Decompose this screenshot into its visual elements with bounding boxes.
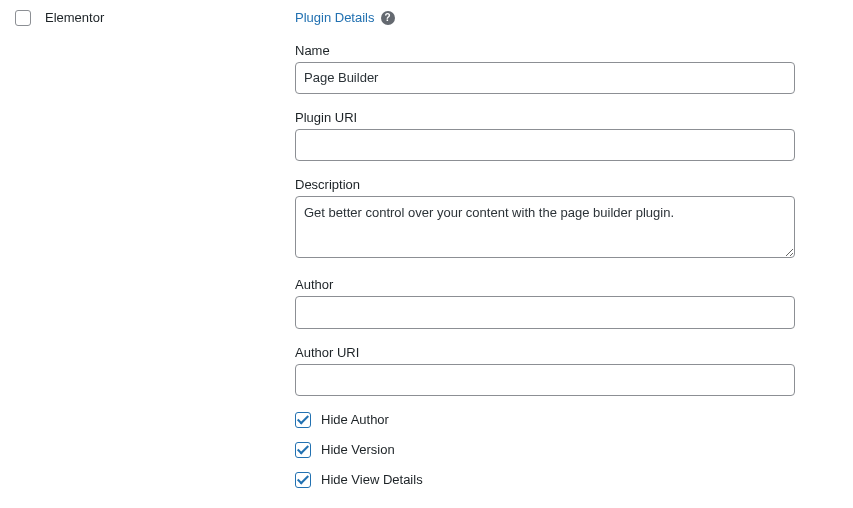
author-uri-field-group: Author URI [295,345,795,396]
plugin-row: Elementor Plugin Details ? Name Plugin U… [15,10,838,502]
plugin-uri-field-group: Plugin URI [295,110,795,161]
hide-author-checkbox[interactable] [295,412,311,428]
author-label: Author [295,277,795,292]
plugin-details-toggle[interactable]: Plugin Details [295,10,375,25]
author-uri-label: Author URI [295,345,795,360]
hide-view-details-checkbox[interactable] [295,472,311,488]
plugin-details-cell: Plugin Details ? Name Plugin URI Descrip… [295,10,795,502]
hide-author-label[interactable]: Hide Author [321,412,389,427]
plugin-uri-label: Plugin URI [295,110,795,125]
hide-version-group: Hide Version [295,442,795,458]
plugin-uri-input[interactable] [295,129,795,161]
author-field-group: Author [295,277,795,328]
hide-version-label[interactable]: Hide Version [321,442,395,457]
name-field-group: Name [295,43,795,94]
plugin-name: Elementor [45,10,104,25]
hide-version-checkbox[interactable] [295,442,311,458]
section-header: Plugin Details ? [295,10,795,25]
row-select-cell [15,10,45,29]
description-textarea[interactable] [295,196,795,258]
description-field-group: Description [295,177,795,261]
hide-view-details-label[interactable]: Hide View Details [321,472,423,487]
plugin-title-cell: Elementor [45,10,295,25]
hide-author-group: Hide Author [295,412,795,428]
name-input[interactable] [295,62,795,94]
row-select-checkbox[interactable] [15,10,31,26]
description-label: Description [295,177,795,192]
help-icon[interactable]: ? [381,11,395,25]
hide-view-details-group: Hide View Details [295,472,795,488]
author-input[interactable] [295,296,795,328]
name-label: Name [295,43,795,58]
author-uri-input[interactable] [295,364,795,396]
